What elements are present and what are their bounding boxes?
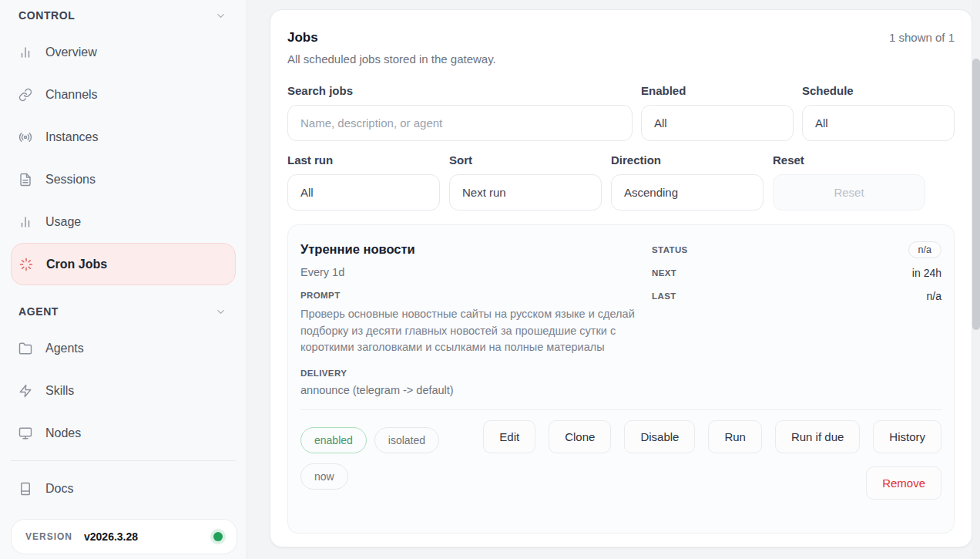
monitor-icon <box>18 426 33 440</box>
job-title: Утренние новости <box>300 242 651 257</box>
agent-nav-list: Agents Skills Nodes <box>0 327 247 454</box>
search-label: Search jobs <box>287 84 633 97</box>
sidebar-item-label: Sessions <box>45 173 96 187</box>
next-value: in 24h <box>912 267 941 279</box>
last-label: LAST <box>652 291 676 301</box>
badge-now: now <box>300 463 348 490</box>
remove-button[interactable]: Remove <box>866 466 941 500</box>
sidebar-item-skills[interactable]: Skills <box>11 369 236 412</box>
zap-icon <box>18 384 33 398</box>
job-divider <box>300 409 941 410</box>
job-badges: enabled isolated now <box>300 420 462 490</box>
sidebar-item-usage[interactable]: Usage <box>11 200 236 243</box>
job-actions: Edit Clone Disable Run Run if due Histor… <box>479 420 941 500</box>
history-button[interactable]: History <box>873 420 941 453</box>
folder-icon <box>18 342 33 355</box>
badge-enabled: enabled <box>300 427 367 453</box>
chevron-down-icon[interactable] <box>215 10 227 22</box>
job-schedule: Every 1d <box>300 266 651 278</box>
sidebar-item-docs[interactable]: Docs <box>11 467 236 510</box>
sidebar-item-sessions[interactable]: Sessions <box>11 158 236 200</box>
sidebar-item-label: Docs <box>45 482 73 496</box>
delivery-label: DELIVERY <box>300 369 651 378</box>
job-card: Утренние новости Every 1d PROMPT Проверь… <box>287 224 955 534</box>
status-label: STATUS <box>652 245 688 254</box>
broadcast-icon <box>18 130 33 144</box>
spinner-icon <box>19 258 34 271</box>
filter-direction: Direction Ascending <box>611 153 764 210</box>
scrollbar-thumb[interactable] <box>972 59 980 330</box>
jobs-count: 1 shown of 1 <box>889 31 955 44</box>
sidebar-item-cron-jobs[interactable]: Cron Jobs <box>11 243 236 285</box>
last-run-label: Last run <box>287 153 440 167</box>
job-prompt: Проверь основные новостные сайты на русс… <box>300 306 651 356</box>
filter-schedule: Schedule All <box>802 84 955 141</box>
sidebar-item-label: Channels <box>45 88 98 102</box>
enabled-label: Enabled <box>641 84 794 97</box>
control-nav-list: Overview Channels Instances Sessions Usa… <box>0 31 247 285</box>
disable-button[interactable]: Disable <box>624 420 695 453</box>
book-icon <box>18 482 33 496</box>
sort-label: Sort <box>449 153 602 167</box>
filter-last-run: Last run All <box>287 153 440 210</box>
status-dot-green <box>213 532 223 541</box>
sidebar-item-overview[interactable]: Overview <box>11 31 236 73</box>
filter-enabled: Enabled All <box>641 84 794 141</box>
version-pill: VERSION v2026.3.28 <box>11 519 237 554</box>
sidebar-item-label: Skills <box>45 384 74 398</box>
sidebar-divider <box>11 460 236 461</box>
clone-button[interactable]: Clone <box>549 420 611 453</box>
sidebar-item-label: Usage <box>45 215 81 229</box>
sidebar-item-channels[interactable]: Channels <box>11 73 236 116</box>
sidebar-item-instances[interactable]: Instances <box>11 116 236 158</box>
run-if-due-button[interactable]: Run if due <box>775 420 860 453</box>
next-label: NEXT <box>652 268 676 278</box>
link-icon <box>18 88 33 102</box>
badge-isolated: isolated <box>374 427 439 453</box>
sidebar-item-nodes[interactable]: Nodes <box>11 412 236 454</box>
status-badge: n/a <box>908 241 941 258</box>
direction-select[interactable]: Ascending <box>611 174 764 210</box>
run-button[interactable]: Run <box>708 420 762 453</box>
sidebar-section-control[interactable]: CONTROL <box>0 0 247 22</box>
filter-sort: Sort Next run <box>449 153 602 210</box>
bar-chart-icon <box>18 215 33 229</box>
sidebar-section-agent[interactable]: AGENT <box>0 285 247 318</box>
prompt-label: PROMPT <box>300 291 651 300</box>
search-input[interactable] <box>287 105 633 141</box>
edit-button[interactable]: Edit <box>483 420 535 453</box>
sidebar-item-label: Cron Jobs <box>46 258 107 271</box>
next-row: NEXT in 24h <box>652 264 941 282</box>
version-value: v2026.3.28 <box>84 530 138 543</box>
file-text-icon <box>18 173 33 187</box>
chevron-down-icon[interactable] <box>215 306 227 318</box>
filter-reset: Reset Reset <box>773 153 925 210</box>
sidebar-item-label: Agents <box>45 342 84 355</box>
sidebar-item-label: Nodes <box>45 426 81 440</box>
last-value: n/a <box>927 290 941 302</box>
last-run-select[interactable]: All <box>287 174 440 210</box>
filter-search: Search jobs <box>287 84 633 141</box>
reset-label: Reset <box>773 153 925 167</box>
section-agent-label: AGENT <box>18 305 59 318</box>
schedule-select[interactable]: All <box>802 105 955 141</box>
page-subtitle: All scheduled jobs stored in the gateway… <box>287 52 955 66</box>
version-label: VERSION <box>25 531 72 542</box>
schedule-label: Schedule <box>802 84 955 97</box>
last-row: LAST n/a <box>652 287 941 305</box>
enabled-select[interactable]: All <box>641 105 794 141</box>
section-control-label: CONTROL <box>18 9 75 22</box>
sidebar-item-label: Instances <box>45 130 98 144</box>
page-title: Jobs <box>287 30 318 45</box>
bar-chart-icon <box>18 45 33 59</box>
sidebar-item-agents[interactable]: Agents <box>11 327 236 369</box>
sort-select[interactable]: Next run <box>449 174 602 210</box>
sidebar-item-label: Overview <box>45 45 97 59</box>
reset-button[interactable]: Reset <box>773 174 925 210</box>
main-content: Jobs 1 shown of 1 All scheduled jobs sto… <box>248 0 980 559</box>
job-delivery: announce (telegram -> default) <box>300 384 651 396</box>
sidebar: CONTROL Overview Channels Instances <box>0 0 247 559</box>
jobs-panel: Jobs 1 shown of 1 All scheduled jobs sto… <box>270 9 972 547</box>
status-row: STATUS n/a <box>652 241 941 259</box>
direction-label: Direction <box>611 153 764 167</box>
